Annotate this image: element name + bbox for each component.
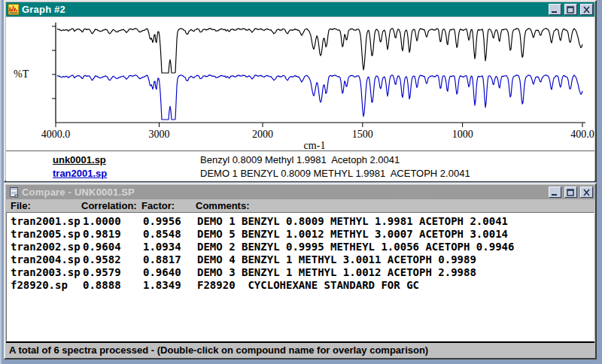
cell-comments: DEMO 4 BENZYL 1 METHYL 3.0011 ACETOPH 0.… (197, 253, 476, 265)
cell-file: tran2002.sp (11, 241, 81, 253)
cell-factor: 0.9956 (143, 215, 181, 227)
minimize-icon (551, 189, 559, 196)
graph-minimize-button[interactable] (549, 4, 561, 15)
compare-document-icon (8, 187, 20, 198)
legend-filename-link[interactable]: unk0001.sp (53, 154, 106, 165)
cell-comments: DEMO 3 BENZYL 1 METHYL 1.0012 ACETOPH 2.… (197, 266, 476, 278)
spectrum-trace-tran2001.sp[interactable] (57, 75, 582, 120)
column-header-factor: Factor: (141, 200, 175, 211)
spectra-plot[interactable]: 4000.03000200015001000400.0cm-1%T (6, 17, 597, 150)
compare-result-row[interactable]: tran2003.sp0.95790.9640DEMO 3 BENZYL 1 M… (7, 266, 594, 279)
cell-correlation: 0.9579 (83, 266, 121, 278)
graph-client-area: 4000.03000200015001000400.0cm-1%T unk000… (6, 17, 594, 181)
cell-factor: 0.8548 (143, 228, 181, 240)
cell-comments: DEMO 2 BENZYL 0.9995 METHEYL 1.0056 ACET… (197, 241, 514, 253)
cell-correlation: 0.9819 (83, 228, 121, 240)
legend-row: tran2001.spDEMO 1 BENZYL 0.8009 METHYL 1… (6, 167, 594, 180)
legend-description: Benzyl 0.8009 Methyl 1.9981 Acetoph 2.00… (200, 154, 400, 165)
compare-result-row[interactable]: tran2001.sp1.00000.9956DEMO 1 BENZYL 0.8… (7, 215, 594, 228)
compare-result-row[interactable]: tran2005.sp0.98190.8548DEMO 5 BENZYL 1.0… (7, 228, 594, 241)
graph-window: Graph #2 4000.03000200015001000400.0cm-1… (4, 0, 597, 182)
graph-close-button[interactable] (580, 4, 593, 15)
spectrum-chart-icon (8, 4, 20, 15)
legend-filename-link[interactable]: tran2001.sp (53, 168, 107, 179)
column-header-comments: Comments: (196, 200, 250, 211)
legend-description: DEMO 1 BENZYL 0.8009 METHYL 1.9981 ACETO… (200, 168, 470, 179)
graph-window-title: Graph #2 (22, 4, 65, 15)
close-icon (582, 189, 591, 196)
cell-factor: 0.9640 (143, 266, 181, 278)
cell-comments: DEMO 1 BENZYL 0.8009 METHYL 1.9981 ACETO… (197, 215, 508, 227)
x-axis-tick-label: 2000 (252, 129, 273, 140)
y-axis-title: %T (14, 68, 29, 80)
cell-file: tran2004.sp (11, 253, 81, 265)
cell-correlation: 1.0000 (83, 215, 121, 227)
compare-result-row[interactable]: f28920.sp0.88881.8349F28920 CYCLOHEXANE … (7, 279, 594, 292)
cell-comments: F28920 CYCLOHEXANE STANDARD FOR GC (197, 279, 419, 291)
cell-file: tran2005.sp (11, 228, 81, 240)
compare-window: Compare - UNK0001.SP File: Correlation: … (4, 183, 597, 359)
cell-factor: 1.8349 (143, 279, 181, 291)
spectrum-trace-unk0001.sp[interactable] (57, 29, 582, 73)
cell-file: tran2003.sp (11, 266, 81, 278)
cell-comments: DEMO 5 BENZYL 1.0012 METHYL 3.0007 ACETO… (197, 228, 508, 240)
cell-factor: 0.8817 (143, 253, 181, 265)
maximize-icon (567, 189, 575, 196)
compare-column-headers: File: Correlation: Factor: Comments: (6, 199, 594, 212)
minimize-icon (551, 6, 559, 14)
compare-close-button[interactable] (580, 187, 593, 198)
cell-factor: 1.0934 (143, 241, 181, 253)
x-axis-tick-label: 3000 (149, 129, 170, 140)
compare-minimize-button[interactable] (549, 187, 561, 198)
x-axis-tick-label: 400.0 (570, 129, 594, 140)
compare-window-titlebar[interactable]: Compare - UNK0001.SP (6, 185, 594, 199)
cell-correlation: 0.9582 (83, 253, 121, 265)
legend-row: unk0001.spBenzyl 0.8009 Methyl 1.9981 Ac… (6, 153, 594, 167)
cell-correlation: 0.8888 (83, 279, 121, 291)
compare-maximize-button[interactable] (564, 187, 577, 198)
compare-results-list: tran2001.sp1.00000.9956DEMO 1 BENZYL 0.8… (6, 212, 594, 341)
compare-result-row[interactable]: tran2004.sp0.95820.8817DEMO 4 BENZYL 1 M… (7, 253, 594, 266)
compare-result-row[interactable]: tran2002.sp0.96041.0934DEMO 2 BENZYL 0.9… (7, 241, 594, 253)
x-axis-tick-label: 1500 (352, 129, 373, 140)
x-axis-tick-label: 1000 (452, 129, 473, 140)
column-header-correlation: Correlation: (81, 200, 137, 211)
maximize-icon (567, 6, 575, 14)
compare-window-title: Compare - UNK0001.SP (22, 187, 135, 198)
graph-maximize-button[interactable] (564, 4, 577, 15)
status-bar: A total of 6 spectra processed - (Double… (6, 341, 594, 357)
column-header-file: File: (11, 200, 31, 211)
graph-window-titlebar[interactable]: Graph #2 (6, 2, 594, 17)
cell-correlation: 0.9604 (83, 241, 121, 253)
close-icon (582, 6, 591, 14)
x-axis-title: cm-1 (304, 140, 326, 150)
cell-file: tran2001.sp (11, 215, 81, 227)
cell-file: f28920.sp (11, 279, 68, 291)
x-axis-tick-label: 4000.0 (41, 129, 71, 140)
spectra-legend-panel: unk0001.spBenzyl 0.8009 Methyl 1.9981 Ac… (6, 150, 594, 181)
